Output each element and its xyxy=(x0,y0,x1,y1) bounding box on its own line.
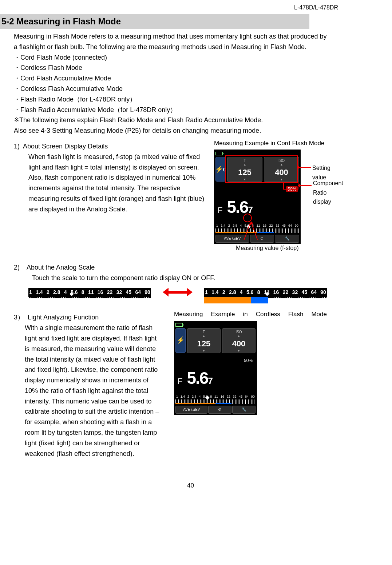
device-screen-cord: ⚡c T ▲ 125 ▼ ISO ▲ 400 ▼ xyxy=(214,150,301,244)
scale-orange-bar xyxy=(215,232,257,233)
mode-icon: ⚡c xyxy=(215,157,226,182)
bullet-item: ・Cord Flash Accumulative Mode xyxy=(14,73,327,84)
figure1-column: Measuring Example in Cord Flash Mode ⚡c … xyxy=(214,138,327,244)
item3-heading: 3） Light Analyzing Function xyxy=(14,312,163,323)
scales-row: 1 1.4 2 2.8 4 5.6 8 11 16 22 32 45 64 90 xyxy=(28,286,327,298)
bullet-item: ・Flash Radio Mode（for L-478DR only） xyxy=(14,94,327,105)
item1-row: 1) About Screen Display Details When fla… xyxy=(14,138,327,244)
item3-row: 3） Light Analyzing Function With a singl… xyxy=(14,309,327,459)
section-heading: 5-2 Measuring in Flash Mode xyxy=(0,14,309,29)
f-sub: 7 xyxy=(208,374,213,388)
red-circle-fstop xyxy=(243,214,252,222)
double-arrow-icon xyxy=(158,288,197,297)
item2-heading: 2) About the Analog Scale xyxy=(14,262,327,273)
item1-heading: 1) About Screen Display Details xyxy=(14,141,210,152)
callout-fstop: Measuring value (f-stop) xyxy=(236,243,299,253)
device-screen-cordless: ⚡ T ▲ 125 ▼ ISO ▲ 400 ▼ xyxy=(174,321,257,415)
figure2-title: Measuring Example in Cordless Flash Mode xyxy=(174,309,327,319)
figure2-column: Measuring Example in Cordless Flash Mode… xyxy=(174,309,327,459)
mid-button[interactable]: ⏱ xyxy=(208,406,231,414)
page-number: 40 xyxy=(0,481,381,490)
scale-blue-bar xyxy=(215,403,231,404)
item2-number: 2) xyxy=(14,264,20,271)
chevron-down-icon: ▼ xyxy=(222,350,255,352)
item1-title: About Screen Display Details xyxy=(23,143,108,150)
scale-orange-bar xyxy=(175,403,215,404)
analog-scale[interactable]: 1 1.4 2 2.8 4 5.6 8 11 16 22 32 xyxy=(215,223,299,233)
tool-button[interactable]: 🔧 xyxy=(275,235,299,243)
callout-ratio: Component Ratio display xyxy=(313,179,343,207)
model-header: L-478D/L-478DR xyxy=(251,3,381,12)
f-label: F xyxy=(178,375,182,387)
note-text: ※The following items explain Flash Radio… xyxy=(14,115,327,126)
item3-body: With a single measurement the ratio of f… xyxy=(25,323,163,459)
crossref-text: Also see 4-3 Setting Measuring Mode (P25… xyxy=(14,126,327,136)
analog-scale-off[interactable]: 1 1.4 2 2.8 4 5.6 8 11 16 22 32 45 64 90 xyxy=(28,288,151,298)
tool-button[interactable]: 🔧 xyxy=(232,406,256,414)
mid-button[interactable]: ⏱ xyxy=(250,235,274,243)
mode-icon: ⚡ xyxy=(175,328,186,353)
item1-number: 1) xyxy=(14,143,20,150)
shutter-value-box[interactable]: T ▲ 125 ▼ xyxy=(187,328,221,353)
fstop-row: F 5.6 7 xyxy=(175,365,256,392)
f-label: F xyxy=(218,204,222,216)
callout-arrow xyxy=(298,185,312,186)
battery-icon xyxy=(215,152,223,155)
item3-title: Light Analyzing Function xyxy=(28,314,99,321)
red-box-setting xyxy=(225,155,298,183)
intro-text: Measuring in Flash Mode refers to a meas… xyxy=(14,31,327,52)
section-body: Measuring in Flash Mode refers to a meas… xyxy=(14,31,327,459)
callout-arrow xyxy=(298,167,311,168)
chevron-down-icon: ▼ xyxy=(187,350,220,352)
page: L-478D/L-478DR 5-2 Measuring in Flash Mo… xyxy=(0,0,392,502)
analog-scale-on[interactable]: 1 1.4 2 2.8 4 5.6 8 11 16 22 32 45 64 90 xyxy=(204,288,327,298)
item2-body: Touch the scale to turn the component ra… xyxy=(32,273,327,283)
component-ratio-value: 50% xyxy=(242,358,254,363)
bullet-item: ・Cord Flash Mode (connected) xyxy=(14,52,327,63)
analog-scale[interactable]: 1 1.4 2 2.8 4 5.6 8 11 16 22 32 45 xyxy=(175,394,256,404)
f-main: 5.6 xyxy=(187,365,208,392)
bullet-item: ・Cordless Flash Accumulative Mode xyxy=(14,84,327,94)
scale-blue-bar xyxy=(257,232,274,233)
item2-title: About the Analog Scale xyxy=(27,264,95,271)
iso-value-box[interactable]: ISO ▲ 400 ▼ xyxy=(222,328,256,353)
bullet-item: ・Flash Radio Accumulative Mode（for L-478… xyxy=(14,105,327,115)
bullet-item: ・Cordless Flash Mode xyxy=(14,63,327,73)
fstop-row: F 5.6 7 xyxy=(215,194,299,221)
item2-block: 2) About the Analog Scale Touch the scal… xyxy=(14,262,327,299)
t-value: 125 xyxy=(187,337,220,350)
item3-number: 3） xyxy=(14,314,24,321)
item1-body: When flash light is measured, f-stop (a … xyxy=(28,152,210,215)
ave-ev-button[interactable]: AVE /⊿EV xyxy=(175,406,207,414)
iso-value: 400 xyxy=(222,337,255,350)
figure1-title: Measuring Example in Cord Flash Mode xyxy=(214,138,327,148)
battery-icon xyxy=(175,323,183,327)
